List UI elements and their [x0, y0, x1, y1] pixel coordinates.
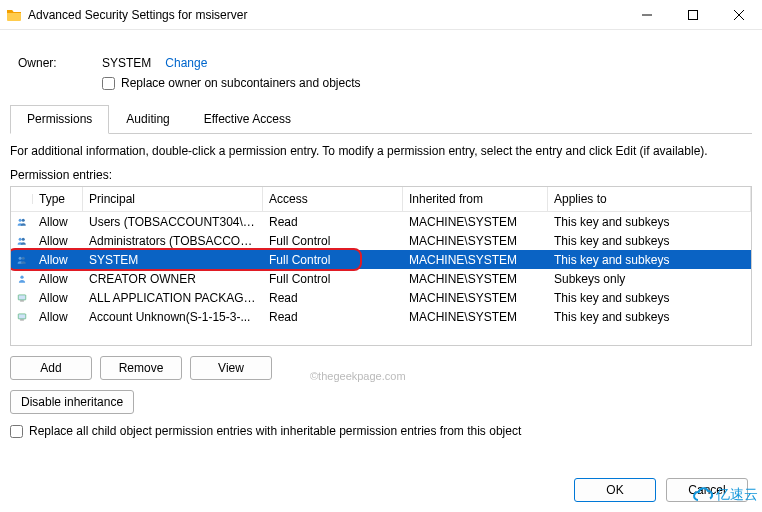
minimize-button[interactable] — [624, 0, 670, 30]
column-type[interactable]: Type — [33, 187, 83, 211]
svg-rect-11 — [18, 294, 26, 299]
svg-point-7 — [22, 237, 25, 240]
replace-all-row[interactable]: Replace all child object permission entr… — [10, 424, 752, 438]
tab-auditing[interactable]: Auditing — [109, 105, 186, 134]
cell-access: Read — [263, 289, 403, 307]
entry-buttons: Add Remove View — [10, 356, 752, 380]
add-button[interactable]: Add — [10, 356, 92, 380]
cell-access: Read — [263, 213, 403, 231]
cell-applies: This key and subkeys — [548, 289, 751, 307]
table-row[interactable]: AllowCREATOR OWNERFull ControlMACHINE\SY… — [11, 269, 751, 288]
cell-principal: Administrators (TOBSACCOU... — [83, 232, 263, 250]
owner-row: Owner: SYSTEM Change — [18, 56, 752, 70]
cloud-icon — [692, 486, 714, 504]
cell-applies: Subkeys only — [548, 270, 751, 288]
close-button[interactable] — [716, 0, 762, 30]
table-row[interactable]: AllowAdministrators (TOBSACCOU...Full Co… — [11, 231, 751, 250]
permission-grid[interactable]: Type Principal Access Inherited from App… — [10, 186, 752, 346]
titlebar: Advanced Security Settings for msiserver — [0, 0, 762, 30]
svg-rect-12 — [20, 300, 24, 301]
window-title: Advanced Security Settings for msiserver — [28, 8, 624, 22]
entries-label: Permission entries: — [10, 168, 752, 182]
table-row[interactable]: AllowUsers (TOBSACCOUNT304\Us...ReadMACH… — [11, 212, 751, 231]
cell-inherited: MACHINE\SYSTEM — [403, 232, 548, 250]
svg-point-6 — [19, 237, 22, 240]
cell-applies: This key and subkeys — [548, 213, 751, 231]
principal-icon — [11, 289, 33, 307]
brand-watermark: 亿速云 — [692, 486, 758, 504]
tab-effective-access[interactable]: Effective Access — [187, 105, 308, 134]
column-principal[interactable]: Principal — [83, 187, 263, 211]
cell-principal: CREATOR OWNER — [83, 270, 263, 288]
replace-all-checkbox[interactable] — [10, 425, 23, 438]
info-text: For additional information, double-click… — [10, 144, 752, 158]
svg-point-8 — [19, 256, 22, 259]
cell-access: Full Control — [263, 251, 403, 269]
tab-bar: Permissions Auditing Effective Access — [10, 104, 752, 134]
change-owner-link[interactable]: Change — [165, 56, 207, 70]
view-button[interactable]: View — [190, 356, 272, 380]
cell-type: Allow — [33, 308, 83, 326]
cell-applies: This key and subkeys — [548, 308, 751, 326]
principal-icon — [11, 213, 33, 231]
cell-type: Allow — [33, 213, 83, 231]
cell-access: Read — [263, 308, 403, 326]
cell-inherited: MACHINE\SYSTEM — [403, 289, 548, 307]
cell-principal: ALL APPLICATION PACKAGES — [83, 289, 263, 307]
cell-type: Allow — [33, 251, 83, 269]
svg-point-10 — [20, 275, 23, 278]
cell-inherited: MACHINE\SYSTEM — [403, 251, 548, 269]
cell-type: Allow — [33, 289, 83, 307]
table-row[interactable]: AllowSYSTEMFull ControlMACHINE\SYSTEMThi… — [11, 250, 751, 269]
svg-rect-14 — [20, 319, 24, 320]
svg-point-4 — [19, 218, 22, 221]
cell-principal: Users (TOBSACCOUNT304\Us... — [83, 213, 263, 231]
principal-icon — [11, 308, 33, 326]
replace-owner-checkbox[interactable] — [102, 77, 115, 90]
cell-inherited: MACHINE\SYSTEM — [403, 308, 548, 326]
cell-principal: SYSTEM — [83, 251, 263, 269]
ok-button[interactable]: OK — [574, 478, 656, 502]
svg-point-5 — [22, 218, 25, 221]
principal-icon — [11, 251, 33, 269]
replace-owner-row[interactable]: Replace owner on subcontainers and objec… — [102, 76, 752, 90]
brand-text: 亿速云 — [716, 486, 758, 504]
cell-access: Full Control — [263, 232, 403, 250]
owner-name: SYSTEM — [102, 56, 151, 70]
cell-type: Allow — [33, 232, 83, 250]
cell-applies: This key and subkeys — [548, 251, 751, 269]
remove-button[interactable]: Remove — [100, 356, 182, 380]
owner-label: Owner: — [18, 56, 102, 70]
svg-rect-1 — [689, 10, 698, 19]
cell-applies: This key and subkeys — [548, 232, 751, 250]
svg-rect-13 — [18, 313, 26, 318]
cell-inherited: MACHINE\SYSTEM — [403, 270, 548, 288]
maximize-button[interactable] — [670, 0, 716, 30]
tab-permissions[interactable]: Permissions — [10, 105, 109, 134]
inheritance-row: Disable inheritance — [10, 390, 752, 414]
cell-inherited: MACHINE\SYSTEM — [403, 213, 548, 231]
table-row[interactable]: AllowALL APPLICATION PACKAGESReadMACHINE… — [11, 288, 751, 307]
principal-icon — [11, 270, 33, 288]
cell-type: Allow — [33, 270, 83, 288]
column-access[interactable]: Access — [263, 187, 403, 211]
principal-icon — [11, 232, 33, 250]
folder-icon — [6, 7, 22, 23]
cell-principal: Account Unknown(S-1-15-3-... — [83, 308, 263, 326]
content-panel: Owner: SYSTEM Change Replace owner on su… — [0, 30, 762, 448]
svg-point-9 — [22, 256, 25, 259]
column-inherited[interactable]: Inherited from — [403, 187, 548, 211]
column-applies[interactable]: Applies to — [548, 187, 751, 211]
cell-access: Full Control — [263, 270, 403, 288]
grid-header: Type Principal Access Inherited from App… — [11, 187, 751, 212]
table-row[interactable]: AllowAccount Unknown(S-1-15-3-...ReadMAC… — [11, 307, 751, 326]
replace-owner-label: Replace owner on subcontainers and objec… — [121, 76, 360, 90]
replace-all-label: Replace all child object permission entr… — [29, 424, 521, 438]
disable-inheritance-button[interactable]: Disable inheritance — [10, 390, 134, 414]
